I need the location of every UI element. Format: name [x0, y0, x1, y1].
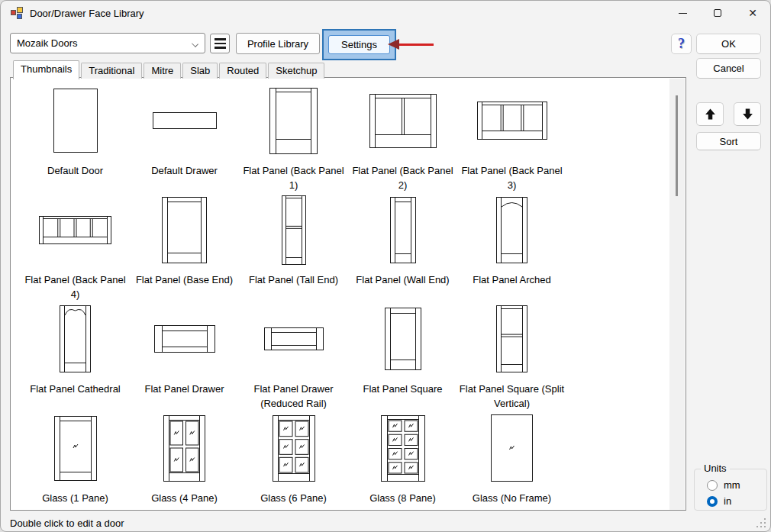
tab-sketchup[interactable]: Sketchup — [268, 63, 324, 79]
door-label: Flat Panel Square (Split Vertical) — [457, 382, 566, 411]
door-thumbnail — [130, 193, 239, 266]
door-thumbnail — [348, 302, 457, 376]
window-title: Door/Drawer Face Library — [30, 8, 144, 19]
door-label: Flat Panel Drawer (Reduced Rail) — [239, 382, 348, 411]
door-label: Flat Panel Cathedral — [21, 382, 130, 396]
hamburger-menu-icon — [215, 38, 226, 40]
door-label: Flat Panel (Back Panel 1) — [239, 163, 348, 192]
door-item[interactable]: Flat Panel Square — [348, 302, 457, 411]
settings-button[interactable]: Settings — [328, 35, 390, 54]
vertical-scrollbar[interactable] — [669, 79, 685, 510]
door-thumbnail — [457, 193, 566, 266]
units-groupbox: Units mm in — [694, 469, 767, 511]
door-label: Flat Panel Arched — [457, 272, 566, 287]
door-label: Glass (6 Pane) — [239, 491, 348, 505]
door-item[interactable]: Flat Panel (Back Panel 1) — [239, 84, 348, 193]
annotation-arrow — [388, 38, 435, 50]
door-item[interactable]: Flat Panel (Back Panel 2) — [348, 84, 457, 193]
door-thumbnail — [239, 193, 348, 266]
door-label: Flat Panel Square — [348, 382, 457, 396]
close-icon: ✕ — [748, 8, 757, 18]
door-item[interactable]: Flat Panel Drawer — [130, 302, 239, 411]
door-item[interactable]: Flat Panel (Back Panel 3) — [457, 84, 566, 193]
arrow-down-icon — [741, 108, 754, 121]
door-library-select-value: Mozaik Doors — [17, 37, 77, 49]
door-thumbnail — [457, 411, 566, 485]
door-thumbnail — [348, 193, 457, 266]
door-label: Glass (8 Pane) — [348, 491, 457, 505]
tab-traditional[interactable]: Traditional — [81, 63, 142, 79]
door-item[interactable]: Glass (8 Pane) — [348, 411, 457, 511]
door-thumbnail — [239, 411, 348, 485]
settings-highlight: Settings — [322, 29, 396, 60]
chevron-down-icon — [192, 40, 198, 47]
door-library-select[interactable]: Mozaik Doors — [10, 33, 205, 53]
door-item[interactable]: Glass (No Frame) — [457, 411, 566, 511]
door-thumbnail — [130, 302, 239, 376]
door-item[interactable]: Flat Panel (Base End) — [130, 193, 239, 302]
maximize-button[interactable] — [700, 1, 735, 25]
door-thumbnail — [130, 411, 239, 485]
units-group-label: Units — [701, 463, 730, 474]
title-bar: Door/Drawer Face Library ✕ — [1, 1, 770, 25]
arrow-head-icon — [388, 39, 399, 50]
resize-grip[interactable] — [756, 518, 766, 527]
tab-bar: ThumbnailsTraditionalMitreSlabRoutedSket… — [13, 60, 326, 79]
door-drawer-face-library-window: Door/Drawer Face Library ✕ Mozaik Doors … — [0, 0, 771, 532]
status-text: Double click to edit a door — [10, 517, 124, 529]
radio-in[interactable]: in — [707, 495, 731, 507]
door-item[interactable]: Glass (6 Pane) — [239, 411, 348, 511]
tab-slab[interactable]: Slab — [182, 63, 218, 79]
tab-thumbnails[interactable]: Thumbnails — [13, 60, 79, 79]
door-label: Flat Panel (Tall End) — [239, 272, 348, 287]
app-icon — [11, 7, 23, 19]
door-label: Flat Panel (Wall End) — [348, 272, 457, 287]
door-thumbnail — [348, 84, 457, 157]
door-item[interactable]: Default Drawer — [130, 84, 239, 193]
door-item[interactable]: Flat Panel Arched — [457, 193, 566, 302]
radio-mm[interactable]: mm — [707, 479, 740, 491]
close-button[interactable]: ✕ — [735, 1, 770, 25]
door-item[interactable]: Flat Panel Cathedral — [21, 302, 130, 411]
door-label: Glass (1 Pane) — [21, 491, 130, 505]
tab-mitre[interactable]: Mitre — [144, 63, 181, 79]
move-down-button[interactable] — [734, 102, 761, 126]
door-item[interactable]: Glass (4 Pane) — [130, 411, 239, 511]
door-thumbnail — [457, 302, 566, 376]
sort-button[interactable]: Sort — [696, 132, 761, 150]
door-item[interactable]: Default Door — [21, 84, 130, 193]
door-thumbnails-panel: Default DoorDefault DrawerFlat Panel (Ba… — [10, 77, 686, 511]
minimize-icon — [679, 13, 687, 14]
door-thumbnail — [457, 84, 566, 157]
arrow-up-icon — [704, 108, 717, 121]
minimize-button[interactable] — [665, 1, 700, 25]
help-button[interactable]: ? — [671, 34, 692, 54]
door-item[interactable]: Glass (1 Pane) — [21, 411, 130, 511]
door-label: Glass (4 Pane) — [130, 491, 239, 505]
door-label: Flat Panel Drawer — [130, 382, 239, 396]
door-label: Flat Panel (Base End) — [130, 272, 239, 287]
profile-library-button[interactable]: Profile Library — [236, 33, 320, 54]
door-label: Default Door — [21, 163, 130, 178]
door-thumbnail — [21, 302, 130, 376]
door-thumbnail — [348, 411, 457, 485]
move-up-button[interactable] — [696, 102, 724, 126]
door-item[interactable]: Flat Panel Square (Split Vertical) — [457, 302, 566, 411]
door-thumbnail — [21, 411, 130, 485]
maximize-icon — [714, 9, 721, 17]
cancel-button[interactable]: Cancel — [696, 58, 761, 79]
door-item[interactable]: Flat Panel (Back Panel 4) — [21, 193, 130, 302]
door-thumbnail — [239, 84, 348, 157]
door-thumbnail — [21, 84, 130, 157]
door-item[interactable]: Flat Panel (Tall End) — [239, 193, 348, 302]
door-thumbnail — [239, 302, 348, 376]
menu-button[interactable] — [210, 34, 230, 53]
door-label: Flat Panel (Back Panel 2) — [348, 163, 457, 192]
tab-routed[interactable]: Routed — [219, 63, 266, 79]
door-label: Flat Panel (Back Panel 3) — [457, 163, 566, 192]
door-item[interactable]: Flat Panel Drawer (Reduced Rail) — [239, 302, 348, 411]
ok-button[interactable]: OK — [696, 34, 761, 54]
door-item[interactable]: Flat Panel (Wall End) — [348, 193, 457, 302]
scrollbar-thumb[interactable] — [676, 95, 678, 196]
door-thumbnail — [130, 84, 239, 157]
